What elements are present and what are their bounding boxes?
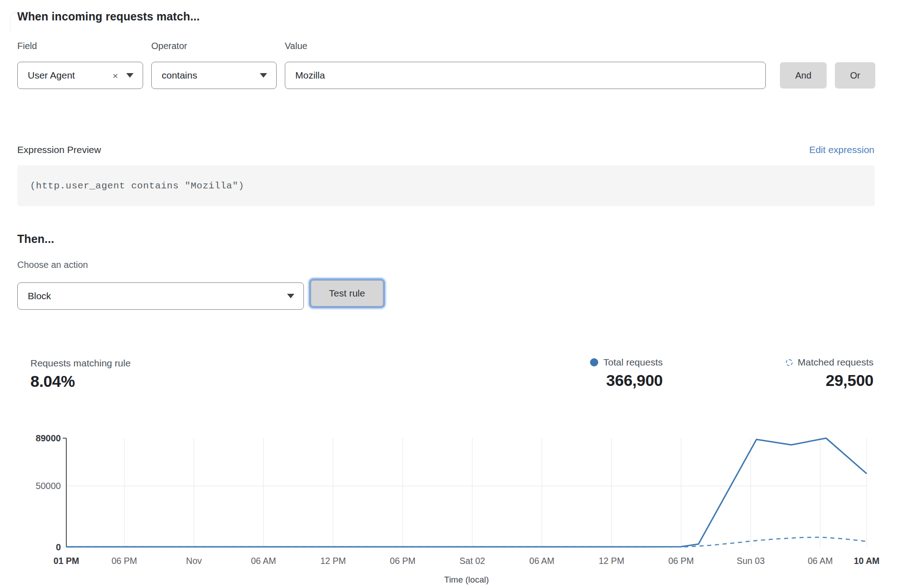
x-tick-label: 10 AM [854,556,880,566]
operator-select[interactable]: contains [151,62,277,89]
total-requests-dot-icon [590,358,598,366]
x-tick-label: 06 AM [251,556,276,566]
field-select[interactable]: User Agent × [17,62,143,89]
x-tick-label: 01 PM [54,556,79,566]
chevron-down-icon [126,73,134,78]
x-tick-label: 06 AM [808,556,833,566]
y-tick-label: 89000 [35,433,61,443]
total-requests-label: Total requests [603,357,663,368]
requests-chart: 0500008900001 PM06 PMNov06 AM12 PM06 PMS… [0,431,908,588]
requests-time-series-chart: 0500008900001 PM06 PMNov06 AM12 PM06 PMS… [0,431,908,588]
total-requests-value: 366,900 [606,371,663,390]
value-label: Value [285,41,308,51]
matched-requests-label: Matched requests [798,357,873,368]
matched-requests-stat: Matched requests 29,500 [786,357,873,390]
test-rule-button[interactable]: Test rule [311,280,383,306]
operator-select-value: contains [152,70,253,81]
chevron-down-icon [260,73,267,78]
x-tick-label: Sun 03 [737,556,765,566]
field-label: Field [17,41,37,51]
and-button[interactable]: And [780,62,827,89]
or-button[interactable]: Or [835,62,875,89]
total-requests-stat: Total requests 366,900 [590,357,663,390]
total-requests-legend[interactable]: Total requests [590,357,663,368]
choose-action-label: Choose an action [17,260,88,270]
matched-requests-dashed-circle-icon [786,359,793,366]
requests-matching-stat: Requests matching rule 8.04% [30,358,131,390]
action-select[interactable]: Block [17,282,304,310]
x-tick-label: 06 PM [390,556,415,566]
action-select-value: Block [18,291,281,301]
series-line-matched [66,537,867,547]
value-input[interactable] [285,62,766,89]
clear-field-icon[interactable]: × [111,71,120,80]
firewall-rule-builder-page: When incoming requests match... Field Op… [0,0,908,588]
chart-x-axis-title: Time (local) [66,575,867,585]
x-tick-label: 12 PM [599,556,624,566]
matched-requests-legend[interactable]: Matched requests [786,357,873,368]
then-title: Then... [17,232,54,246]
requests-matching-value: 8.04% [30,372,131,390]
y-tick-label: 0 [56,542,61,552]
x-tick-label: 06 PM [668,556,694,566]
expression-code: (http.user_agent contains "Mozilla") [17,181,244,191]
x-tick-label: Nov [186,556,202,566]
x-tick-label: 06 PM [112,556,137,566]
operator-label: Operator [151,41,187,51]
x-tick-label: 12 PM [320,556,346,566]
x-tick-label: Sat 02 [460,556,485,566]
series-line-total [66,438,867,547]
requests-matching-label: Requests matching rule [30,358,131,369]
matched-requests-value: 29,500 [826,371,873,390]
when-requests-match-title: When incoming requests match... [17,10,200,23]
expression-preview-label: Expression Preview [17,144,101,155]
x-tick-label: 06 AM [529,556,554,566]
chevron-down-icon [287,294,294,298]
field-select-value: User Agent [18,70,111,81]
y-tick-label: 50000 [35,481,61,491]
edit-expression-link[interactable]: Edit expression [809,144,874,155]
expression-code-box: (http.user_agent contains "Mozilla") [17,165,875,206]
